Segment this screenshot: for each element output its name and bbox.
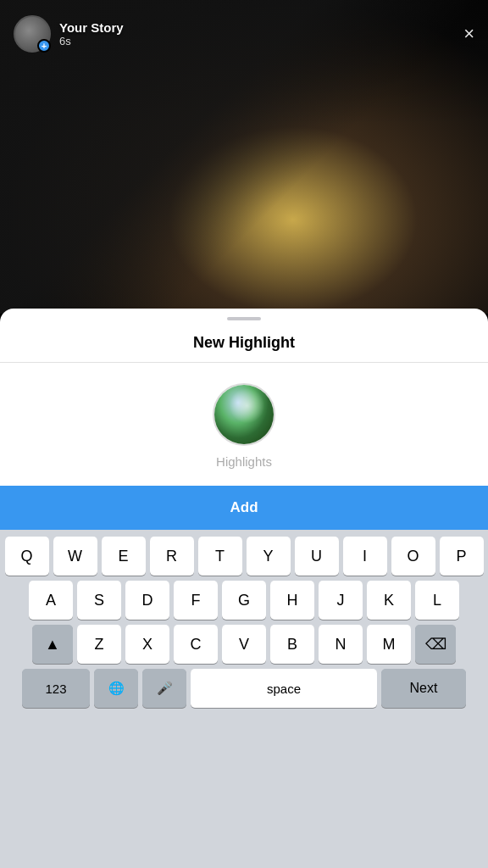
numbers-label: 123	[45, 682, 66, 696]
key-j[interactable]: J	[319, 581, 363, 620]
key-a[interactable]: A	[29, 581, 73, 620]
key-l[interactable]: L	[415, 581, 459, 620]
keyboard-row-1: Q W E R T Y U I O P	[3, 537, 485, 576]
space-label: space	[267, 682, 301, 696]
key-s[interactable]: S	[77, 581, 121, 620]
key-f[interactable]: F	[174, 581, 218, 620]
key-d[interactable]: D	[125, 581, 169, 620]
key-o[interactable]: O	[391, 537, 435, 576]
story-header: + Your Story 6s ×	[0, 15, 488, 53]
keyboard: Q W E R T Y U I O P A S D F G H J K L ▲ …	[0, 530, 488, 868]
key-b[interactable]: B	[270, 625, 314, 664]
key-g[interactable]: G	[222, 581, 266, 620]
add-button[interactable]: Add	[0, 486, 488, 530]
story-background: + Your Story 6s ×	[0, 0, 488, 314]
story-user-info: + Your Story 6s	[14, 15, 124, 53]
key-n[interactable]: N	[319, 625, 363, 664]
key-q[interactable]: Q	[5, 537, 49, 576]
globe-key[interactable]: 🌐	[94, 669, 138, 708]
space-key[interactable]: space	[191, 669, 377, 708]
key-r[interactable]: R	[150, 537, 194, 576]
mic-key[interactable]: 🎤	[142, 669, 186, 708]
mic-icon: 🎤	[157, 681, 173, 696]
key-y[interactable]: Y	[247, 537, 291, 576]
next-key[interactable]: Next	[381, 669, 466, 708]
story-duration: 6s	[59, 35, 124, 47]
key-w[interactable]: W	[53, 537, 97, 576]
highlight-cover-inner	[214, 385, 274, 444]
sheet-handle	[227, 317, 261, 320]
shift-key[interactable]: ▲	[32, 625, 73, 664]
avatar: +	[14, 15, 51, 53]
key-v[interactable]: V	[222, 625, 266, 664]
key-x[interactable]: X	[125, 625, 169, 664]
bottom-sheet: New Highlight Highlights Add Q W E R T Y…	[0, 309, 488, 868]
key-i[interactable]: I	[343, 537, 387, 576]
key-e[interactable]: E	[102, 537, 146, 576]
key-m[interactable]: M	[367, 625, 411, 664]
story-username: Your Story	[59, 20, 124, 35]
key-k[interactable]: K	[367, 581, 411, 620]
key-c[interactable]: C	[174, 625, 218, 664]
highlight-section: Highlights	[0, 363, 488, 486]
key-z[interactable]: Z	[77, 625, 121, 664]
key-t[interactable]: T	[198, 537, 242, 576]
keyboard-row-3: ▲ Z X C V B N M ⌫	[3, 625, 485, 664]
keyboard-row-2: A S D F G H J K L	[3, 581, 485, 620]
backspace-icon: ⌫	[425, 635, 446, 654]
globe-icon: 🌐	[108, 681, 125, 696]
next-label: Next	[410, 681, 438, 696]
sheet-title: New Highlight	[0, 327, 488, 362]
numbers-key[interactable]: 123	[22, 669, 90, 708]
avatar-plus-icon: +	[37, 39, 51, 53]
highlight-name-label: Highlights	[216, 454, 272, 469]
key-u[interactable]: U	[295, 537, 339, 576]
story-info: Your Story 6s	[59, 20, 124, 47]
key-p[interactable]: P	[440, 537, 484, 576]
backspace-key[interactable]: ⌫	[415, 625, 456, 664]
close-button[interactable]: ×	[463, 23, 474, 45]
keyboard-row-4: 123 🌐 🎤 space Next	[3, 669, 485, 708]
highlight-cover-image[interactable]	[213, 383, 275, 446]
key-h[interactable]: H	[270, 581, 314, 620]
